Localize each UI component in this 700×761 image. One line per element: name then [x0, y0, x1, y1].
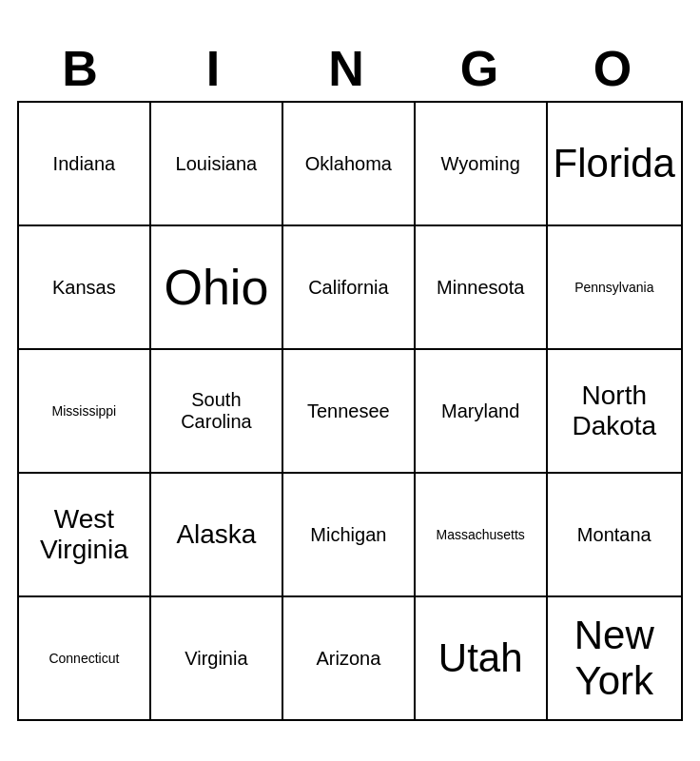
grid-cell: Utah: [415, 596, 547, 720]
header-letter-b: B: [17, 40, 150, 97]
grid-cell: Tennesee: [282, 349, 415, 473]
grid-cell: Arizona: [282, 596, 415, 720]
header-letter-n: N: [283, 40, 417, 97]
grid-cell: Florida: [547, 102, 682, 225]
grid-cell: Massachusetts: [415, 473, 547, 596]
grid-cell: Connecticut: [18, 596, 150, 720]
grid-cell: Indiana: [18, 102, 150, 225]
grid-cell: Pennsylvania: [547, 225, 682, 349]
grid-cell: California: [282, 225, 415, 349]
bingo-card: BINGO IndianaLouisianaOklahomaWyomingFlo…: [17, 40, 683, 721]
grid-cell: New York: [547, 596, 682, 720]
table-row: West VirginiaAlaskaMichiganMassachusetts…: [18, 473, 682, 596]
grid-cell: Mississippi: [18, 349, 150, 473]
table-row: IndianaLouisianaOklahomaWyomingFlorida: [18, 102, 682, 225]
table-row: ConnecticutVirginiaArizonaUtahNew York: [18, 596, 682, 720]
header-letter-i: I: [150, 40, 283, 97]
grid-cell: Alaska: [150, 473, 282, 596]
grid-cell: Wyoming: [415, 102, 547, 225]
table-row: KansasOhioCaliforniaMinnesotaPennsylvani…: [18, 225, 682, 349]
grid-cell: Kansas: [18, 225, 150, 349]
grid-cell: Maryland: [415, 349, 547, 473]
bingo-grid: IndianaLouisianaOklahomaWyomingFloridaKa…: [17, 101, 683, 721]
grid-cell: West Virginia: [18, 473, 150, 596]
bingo-header: BINGO: [17, 40, 683, 97]
header-letter-o: O: [550, 40, 683, 97]
header-letter-g: G: [417, 40, 550, 97]
table-row: MississippiSouth CarolinaTenneseeMarylan…: [18, 349, 682, 473]
grid-cell: Michigan: [282, 473, 415, 596]
grid-cell: North Dakota: [547, 349, 682, 473]
grid-cell: Oklahoma: [282, 102, 415, 225]
grid-cell: South Carolina: [150, 349, 282, 473]
grid-cell: Ohio: [150, 225, 282, 349]
grid-cell: Minnesota: [415, 225, 547, 349]
grid-cell: Louisiana: [150, 102, 282, 225]
grid-cell: Virginia: [150, 596, 282, 720]
grid-cell: Montana: [547, 473, 682, 596]
